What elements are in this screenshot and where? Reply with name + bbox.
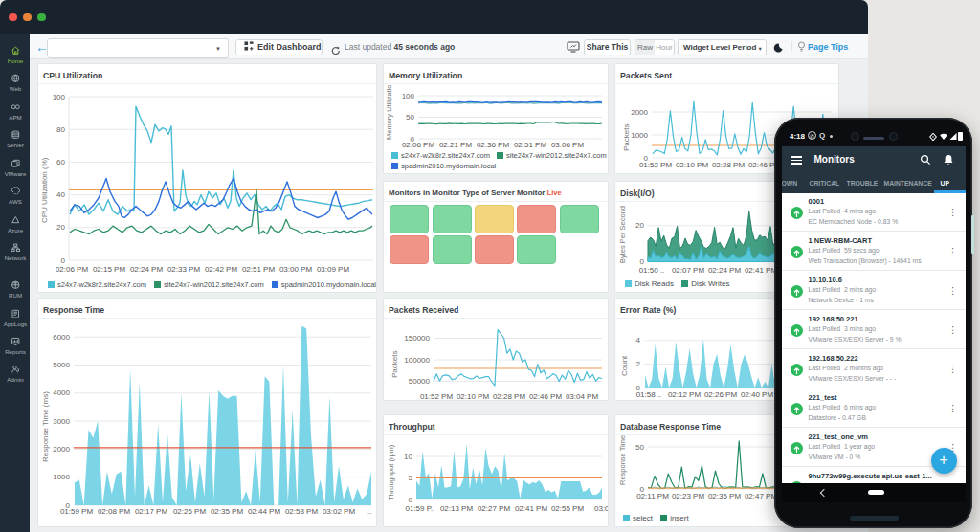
svg-text:02:42 PM: 02:42 PM — [205, 265, 238, 274]
svg-text:CPU Utilization (%): CPU Utilization (%) — [40, 157, 49, 223]
svg-text:4000: 4000 — [53, 388, 70, 397]
svg-text:02:55 PM: 02:55 PM — [551, 504, 585, 513]
svg-text:02:53 PM: 02:53 PM — [285, 507, 319, 516]
svg-text:02:06 PM: 02:06 PM — [56, 265, 89, 274]
svg-text:02:26 PM: 02:26 PM — [704, 390, 738, 399]
svg-text:03:09 PM: 03:09 PM — [317, 265, 350, 274]
svg-text:02:11 PM: 02:11 PM — [636, 492, 669, 500]
svg-text:03:06 PM: 03:06 PM — [551, 141, 585, 149]
svg-text:20: 20 — [56, 223, 65, 232]
svg-text:02:46 PM: 02:46 PM — [529, 392, 563, 401]
svg-text:03:0..: 03:0.. — [594, 504, 609, 513]
svg-text:02:35 PM: 02:35 PM — [211, 507, 244, 516]
svg-text:02:47 PM: 02:47 PM — [745, 492, 778, 500]
svg-text:02:10 PM: 02:10 PM — [676, 161, 709, 169]
svg-text:0: 0 — [640, 257, 645, 266]
svg-text:02:33 PM: 02:33 PM — [167, 265, 201, 274]
svg-text:1000: 1000 — [53, 473, 70, 481]
svg-text:40: 40 — [56, 190, 65, 199]
svg-text:02:51 PM: 02:51 PM — [514, 141, 547, 149]
svg-text:20: 20 — [635, 221, 644, 230]
svg-text:Throughput (rpm): Throughput (rpm) — [387, 444, 395, 500]
svg-text:01:59 P..: 01:59 P.. — [406, 504, 435, 513]
svg-text:..: .. — [368, 507, 371, 516]
svg-text:4: 4 — [636, 336, 641, 344]
svg-text:02:28 PM: 02:28 PM — [493, 392, 526, 401]
svg-text:02:51 PM: 02:51 PM — [242, 265, 276, 274]
svg-text:02:10 PM: 02:10 PM — [457, 392, 490, 401]
svg-text:02:44 PM: 02:44 PM — [248, 507, 281, 516]
svg-text:02:24 PM: 02:24 PM — [708, 266, 742, 275]
svg-text:02:26 PM: 02:26 PM — [173, 507, 207, 516]
svg-text:0: 0 — [61, 256, 66, 265]
svg-text:01:58 ..: 01:58 .. — [636, 390, 662, 399]
svg-text:60: 60 — [56, 158, 65, 166]
svg-text:03:02 PM: 03:02 PM — [323, 507, 356, 516]
svg-text:02:13 PM: 02:13 PM — [440, 504, 474, 513]
svg-text:0: 0 — [409, 496, 413, 504]
svg-text:1000: 1000 — [631, 131, 648, 140]
svg-text:150000: 150000 — [404, 334, 430, 343]
svg-text:100: 100 — [402, 92, 415, 100]
svg-text:02:24 PM: 02:24 PM — [130, 265, 164, 274]
svg-text:02:15 PM: 02:15 PM — [93, 265, 126, 274]
svg-text:50: 50 — [635, 443, 644, 452]
svg-text:80: 80 — [56, 125, 65, 134]
svg-text:3000: 3000 — [53, 417, 70, 426]
svg-text:100000: 100000 — [404, 356, 430, 365]
svg-text:02:35 PM: 02:35 PM — [708, 492, 742, 500]
svg-text:02:21 PM: 02:21 PM — [439, 141, 473, 149]
svg-text:Count: Count — [620, 355, 629, 376]
svg-text:5000: 5000 — [53, 361, 70, 369]
svg-text:Packets: Packets — [390, 351, 399, 378]
svg-text:01:59 PM: 01:59 PM — [60, 507, 94, 516]
svg-text:Packets: Packets — [622, 124, 631, 151]
svg-text:Response Time (..: Response Time (.. — [618, 435, 627, 485]
svg-text:02:12 PM: 02:12 PM — [668, 390, 702, 399]
svg-text:02:07 PM: 02:07 PM — [672, 266, 705, 275]
svg-text:Bytes Per Second: Bytes Per Second — [618, 206, 627, 263]
svg-text:Memory Utilizatio..: Memory Utilizatio.. — [385, 84, 393, 140]
svg-text:02:23 PM: 02:23 PM — [672, 492, 705, 500]
svg-text:02:41 PM: 02:41 PM — [515, 504, 548, 513]
svg-text:01:52 PM: 01:52 PM — [420, 392, 454, 401]
svg-text:03:04 PM: 03:04 PM — [566, 392, 599, 401]
svg-text:03:00 PM: 03:00 PM — [279, 265, 313, 274]
svg-text:2: 2 — [636, 360, 641, 368]
svg-text:6000: 6000 — [53, 333, 70, 342]
svg-text:02:08 PM: 02:08 PM — [98, 507, 131, 516]
svg-text:02:40 PM: 02:40 PM — [741, 390, 774, 399]
svg-text:2000: 2000 — [53, 445, 70, 454]
svg-text:01:50 ..: 01:50 .. — [639, 266, 665, 275]
svg-text:02:27 PM: 02:27 PM — [478, 504, 511, 513]
svg-text:10: 10 — [404, 453, 412, 461]
svg-text:50: 50 — [406, 113, 414, 122]
svg-text:2000: 2000 — [631, 108, 648, 117]
svg-text:50000: 50000 — [409, 377, 431, 386]
svg-text:01:52 PM: 01:52 PM — [639, 161, 673, 169]
svg-text:5: 5 — [409, 474, 413, 482]
svg-text:02:06 PM: 02:06 PM — [402, 141, 435, 149]
svg-text:02:36 PM: 02:36 PM — [477, 141, 510, 149]
svg-text:02:41 PM: 02:41 PM — [745, 266, 778, 275]
svg-text:02:28 PM: 02:28 PM — [712, 161, 746, 169]
svg-text:100: 100 — [53, 93, 66, 101]
svg-text:02:17 PM: 02:17 PM — [135, 507, 168, 516]
svg-text:Response Time (ms): Response Time (ms) — [41, 391, 50, 462]
